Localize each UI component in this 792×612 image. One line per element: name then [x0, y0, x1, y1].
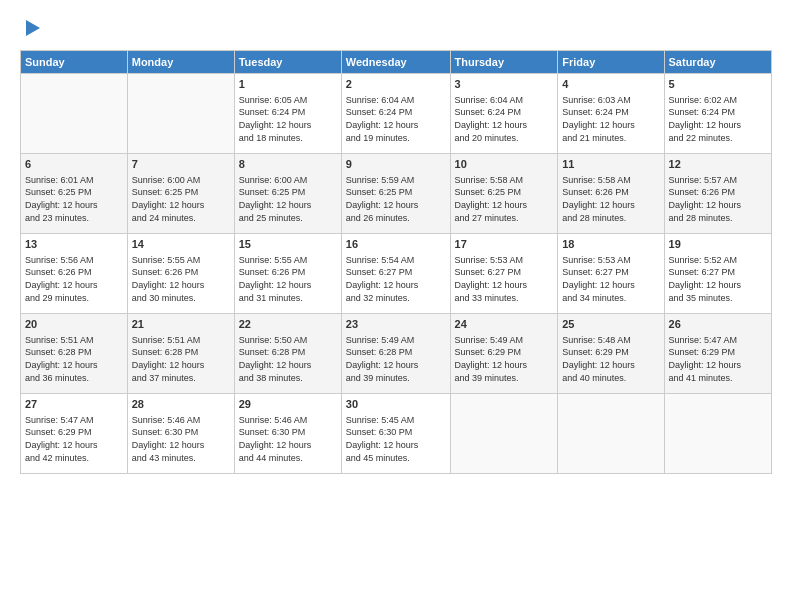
day-cell: 26Sunrise: 5:47 AM Sunset: 6:29 PM Dayli…: [664, 314, 771, 394]
day-number: 26: [669, 317, 767, 332]
day-info: Sunrise: 5:47 AM Sunset: 6:29 PM Dayligh…: [25, 414, 123, 464]
header-cell-sunday: Sunday: [21, 51, 128, 74]
day-cell: 2Sunrise: 6:04 AM Sunset: 6:24 PM Daylig…: [341, 74, 450, 154]
header: [20, 18, 772, 40]
day-cell: 27Sunrise: 5:47 AM Sunset: 6:29 PM Dayli…: [21, 394, 128, 474]
day-info: Sunrise: 6:00 AM Sunset: 6:25 PM Dayligh…: [132, 174, 230, 224]
page: SundayMondayTuesdayWednesdayThursdayFrid…: [0, 0, 792, 612]
day-number: 27: [25, 397, 123, 412]
header-row: SundayMondayTuesdayWednesdayThursdayFrid…: [21, 51, 772, 74]
day-number: 22: [239, 317, 337, 332]
day-cell: [21, 74, 128, 154]
day-info: Sunrise: 5:54 AM Sunset: 6:27 PM Dayligh…: [346, 254, 446, 304]
header-cell-friday: Friday: [558, 51, 664, 74]
svg-marker-0: [26, 20, 40, 36]
day-cell: 23Sunrise: 5:49 AM Sunset: 6:28 PM Dayli…: [341, 314, 450, 394]
day-cell: 5Sunrise: 6:02 AM Sunset: 6:24 PM Daylig…: [664, 74, 771, 154]
week-row-3: 20Sunrise: 5:51 AM Sunset: 6:28 PM Dayli…: [21, 314, 772, 394]
day-number: 21: [132, 317, 230, 332]
header-cell-monday: Monday: [127, 51, 234, 74]
calendar-table: SundayMondayTuesdayWednesdayThursdayFrid…: [20, 50, 772, 474]
day-number: 6: [25, 157, 123, 172]
day-info: Sunrise: 5:46 AM Sunset: 6:30 PM Dayligh…: [132, 414, 230, 464]
day-cell: 24Sunrise: 5:49 AM Sunset: 6:29 PM Dayli…: [450, 314, 558, 394]
day-number: 11: [562, 157, 659, 172]
day-cell: 7Sunrise: 6:00 AM Sunset: 6:25 PM Daylig…: [127, 154, 234, 234]
day-cell: [664, 394, 771, 474]
day-number: 4: [562, 77, 659, 92]
day-info: Sunrise: 5:55 AM Sunset: 6:26 PM Dayligh…: [239, 254, 337, 304]
day-info: Sunrise: 6:03 AM Sunset: 6:24 PM Dayligh…: [562, 94, 659, 144]
day-cell: 4Sunrise: 6:03 AM Sunset: 6:24 PM Daylig…: [558, 74, 664, 154]
day-info: Sunrise: 5:45 AM Sunset: 6:30 PM Dayligh…: [346, 414, 446, 464]
day-cell: 12Sunrise: 5:57 AM Sunset: 6:26 PM Dayli…: [664, 154, 771, 234]
day-cell: 28Sunrise: 5:46 AM Sunset: 6:30 PM Dayli…: [127, 394, 234, 474]
day-number: 8: [239, 157, 337, 172]
day-info: Sunrise: 5:55 AM Sunset: 6:26 PM Dayligh…: [132, 254, 230, 304]
day-cell: 30Sunrise: 5:45 AM Sunset: 6:30 PM Dayli…: [341, 394, 450, 474]
day-number: 5: [669, 77, 767, 92]
day-cell: 3Sunrise: 6:04 AM Sunset: 6:24 PM Daylig…: [450, 74, 558, 154]
day-cell: 20Sunrise: 5:51 AM Sunset: 6:28 PM Dayli…: [21, 314, 128, 394]
day-cell: 1Sunrise: 6:05 AM Sunset: 6:24 PM Daylig…: [234, 74, 341, 154]
day-info: Sunrise: 5:58 AM Sunset: 6:26 PM Dayligh…: [562, 174, 659, 224]
day-cell: 25Sunrise: 5:48 AM Sunset: 6:29 PM Dayli…: [558, 314, 664, 394]
day-info: Sunrise: 5:50 AM Sunset: 6:28 PM Dayligh…: [239, 334, 337, 384]
day-info: Sunrise: 5:48 AM Sunset: 6:29 PM Dayligh…: [562, 334, 659, 384]
day-number: 12: [669, 157, 767, 172]
day-cell: 10Sunrise: 5:58 AM Sunset: 6:25 PM Dayli…: [450, 154, 558, 234]
day-cell: 29Sunrise: 5:46 AM Sunset: 6:30 PM Dayli…: [234, 394, 341, 474]
day-number: 10: [455, 157, 554, 172]
day-info: Sunrise: 5:49 AM Sunset: 6:29 PM Dayligh…: [455, 334, 554, 384]
day-info: Sunrise: 5:56 AM Sunset: 6:26 PM Dayligh…: [25, 254, 123, 304]
day-cell: 18Sunrise: 5:53 AM Sunset: 6:27 PM Dayli…: [558, 234, 664, 314]
day-cell: [127, 74, 234, 154]
day-cell: [558, 394, 664, 474]
header-cell-tuesday: Tuesday: [234, 51, 341, 74]
day-cell: [450, 394, 558, 474]
day-info: Sunrise: 5:51 AM Sunset: 6:28 PM Dayligh…: [25, 334, 123, 384]
day-info: Sunrise: 5:47 AM Sunset: 6:29 PM Dayligh…: [669, 334, 767, 384]
day-info: Sunrise: 6:01 AM Sunset: 6:25 PM Dayligh…: [25, 174, 123, 224]
day-number: 25: [562, 317, 659, 332]
day-cell: 13Sunrise: 5:56 AM Sunset: 6:26 PM Dayli…: [21, 234, 128, 314]
day-number: 14: [132, 237, 230, 252]
day-info: Sunrise: 5:53 AM Sunset: 6:27 PM Dayligh…: [562, 254, 659, 304]
day-number: 18: [562, 237, 659, 252]
day-cell: 8Sunrise: 6:00 AM Sunset: 6:25 PM Daylig…: [234, 154, 341, 234]
day-info: Sunrise: 5:51 AM Sunset: 6:28 PM Dayligh…: [132, 334, 230, 384]
day-number: 28: [132, 397, 230, 412]
week-row-0: 1Sunrise: 6:05 AM Sunset: 6:24 PM Daylig…: [21, 74, 772, 154]
day-cell: 17Sunrise: 5:53 AM Sunset: 6:27 PM Dayli…: [450, 234, 558, 314]
day-cell: 15Sunrise: 5:55 AM Sunset: 6:26 PM Dayli…: [234, 234, 341, 314]
day-info: Sunrise: 5:52 AM Sunset: 6:27 PM Dayligh…: [669, 254, 767, 304]
day-cell: 11Sunrise: 5:58 AM Sunset: 6:26 PM Dayli…: [558, 154, 664, 234]
day-info: Sunrise: 6:04 AM Sunset: 6:24 PM Dayligh…: [455, 94, 554, 144]
day-info: Sunrise: 5:59 AM Sunset: 6:25 PM Dayligh…: [346, 174, 446, 224]
day-info: Sunrise: 6:02 AM Sunset: 6:24 PM Dayligh…: [669, 94, 767, 144]
logo-icon: [22, 18, 40, 40]
day-cell: 9Sunrise: 5:59 AM Sunset: 6:25 PM Daylig…: [341, 154, 450, 234]
day-info: Sunrise: 5:53 AM Sunset: 6:27 PM Dayligh…: [455, 254, 554, 304]
day-cell: 19Sunrise: 5:52 AM Sunset: 6:27 PM Dayli…: [664, 234, 771, 314]
day-info: Sunrise: 6:05 AM Sunset: 6:24 PM Dayligh…: [239, 94, 337, 144]
day-info: Sunrise: 5:57 AM Sunset: 6:26 PM Dayligh…: [669, 174, 767, 224]
day-info: Sunrise: 6:04 AM Sunset: 6:24 PM Dayligh…: [346, 94, 446, 144]
day-number: 9: [346, 157, 446, 172]
week-row-1: 6Sunrise: 6:01 AM Sunset: 6:25 PM Daylig…: [21, 154, 772, 234]
header-cell-saturday: Saturday: [664, 51, 771, 74]
day-number: 16: [346, 237, 446, 252]
day-number: 2: [346, 77, 446, 92]
week-row-4: 27Sunrise: 5:47 AM Sunset: 6:29 PM Dayli…: [21, 394, 772, 474]
day-number: 17: [455, 237, 554, 252]
day-info: Sunrise: 5:58 AM Sunset: 6:25 PM Dayligh…: [455, 174, 554, 224]
day-number: 29: [239, 397, 337, 412]
day-number: 24: [455, 317, 554, 332]
logo: [20, 18, 40, 40]
day-info: Sunrise: 5:49 AM Sunset: 6:28 PM Dayligh…: [346, 334, 446, 384]
day-number: 19: [669, 237, 767, 252]
day-number: 1: [239, 77, 337, 92]
day-cell: 6Sunrise: 6:01 AM Sunset: 6:25 PM Daylig…: [21, 154, 128, 234]
day-cell: 21Sunrise: 5:51 AM Sunset: 6:28 PM Dayli…: [127, 314, 234, 394]
day-cell: 14Sunrise: 5:55 AM Sunset: 6:26 PM Dayli…: [127, 234, 234, 314]
